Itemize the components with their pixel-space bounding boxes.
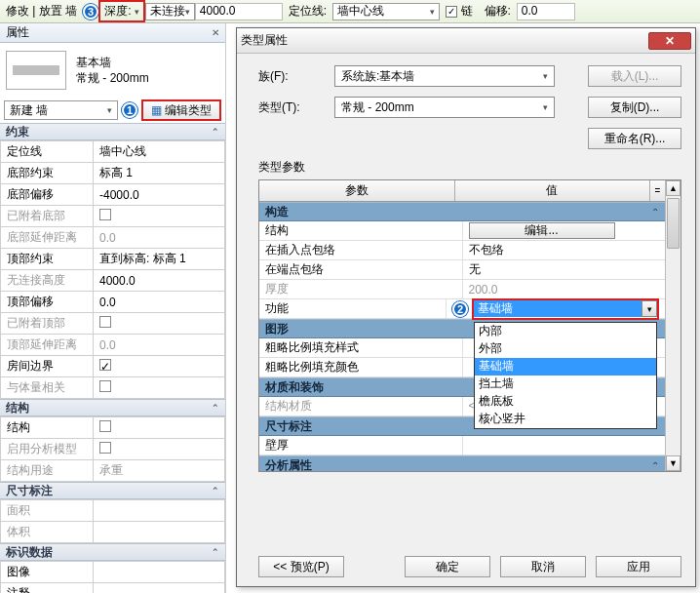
section-dimensions[interactable]: 尺寸标注⌃: [0, 482, 225, 499]
prop-row: 无连接高度4000.0: [1, 270, 225, 292]
edit-type-button[interactable]: ▦ 编辑类型: [141, 99, 221, 121]
badge-2: 2: [452, 301, 468, 317]
height-input[interactable]: 4000.0: [195, 3, 283, 20]
section-identity[interactable]: 标识数据⌃: [0, 543, 225, 561]
collapse-icon: ⌃: [212, 486, 219, 495]
family-dropdown[interactable]: 系统族:基本墙▾: [334, 65, 555, 87]
param-row[interactable]: 在端点包络无: [259, 260, 665, 280]
depth-constraint-dropdown[interactable]: 未连接▾: [145, 3, 195, 20]
checkbox[interactable]: [99, 420, 111, 432]
vertical-scrollbar[interactable]: ▲ ▼: [665, 180, 681, 471]
param-row[interactable]: 结构编辑...: [259, 221, 665, 241]
prop-row[interactable]: 底部偏移-4000.0: [1, 184, 225, 206]
chevron-down-icon: ▾: [543, 102, 548, 112]
function-option[interactable]: 外部: [475, 340, 656, 358]
chain-checkbox[interactable]: ✓: [446, 6, 457, 18]
type-value: 常规 - 200mm: [341, 99, 414, 116]
grid-header: 参数 值 =: [259, 180, 665, 202]
checkbox: [99, 442, 111, 454]
function-value: 基础墙: [474, 300, 642, 317]
chain-label: 链: [461, 4, 473, 18]
type-row: 类型(T): 常规 - 200mm▾ 复制(D)...: [258, 97, 681, 118]
close-icon[interactable]: ✕: [212, 27, 219, 38]
edit-type-icon: ▦: [151, 103, 162, 117]
function-option[interactable]: 基础墙: [475, 358, 656, 376]
prop-row: 启用分析模型: [1, 439, 225, 460]
section-structural[interactable]: 结构⌃: [0, 399, 225, 416]
family-value: 系统族:基本墙: [341, 68, 414, 85]
col-value[interactable]: 值: [455, 180, 650, 201]
param-row[interactable]: 在插入点包络不包络: [259, 241, 665, 260]
param-row-function[interactable]: 功能 2 基础墙 ▾ 内部 外部 基础墙 挡土墙 檐底板: [259, 299, 665, 319]
dialog-titlebar[interactable]: 类型属性 ✕: [237, 28, 695, 54]
type-selector[interactable]: 基本墙 常规 - 200mm: [0, 43, 225, 98]
locate-line-dropdown[interactable]: 墙中心线▾: [332, 3, 440, 20]
instance-filter-dropdown[interactable]: 新建 墙▾: [4, 100, 118, 120]
cat-analytical[interactable]: 分析属性⌃: [259, 455, 665, 471]
dialog-body: 族(F): 系统族:基本墙▾ 载入(L)... 类型(T): 常规 - 200m…: [237, 54, 695, 547]
chain-wrap: ✓ 链: [440, 3, 478, 20]
section-label: 结构: [6, 400, 29, 416]
dimensions-table: 面积 体积: [0, 499, 225, 543]
checkbox: [99, 209, 111, 220]
family-row: 族(F): 系统族:基本墙▾ 载入(L)...: [258, 65, 681, 87]
prop-row[interactable]: 顶部约束直到标高: 标高 1: [1, 249, 225, 270]
type-label: 类型(T):: [258, 99, 327, 116]
type-dropdown[interactable]: 常规 - 200mm▾: [334, 97, 555, 118]
prop-row[interactable]: 房间边界✓: [1, 356, 225, 377]
section-constraints[interactable]: 约束⌃: [0, 123, 225, 140]
cat-construction[interactable]: 构造⌃: [259, 202, 665, 221]
rename-row: 重命名(R)...: [258, 128, 681, 149]
instance-row: 新建 墙▾ 1 ▦ 编辑类型: [0, 98, 225, 123]
type-params-grid: 参数 值 = 构造⌃ 结构编辑... 在插入点包络不包络 在端点包络无 厚度20…: [258, 179, 681, 472]
depth-label: 深度:: [104, 4, 131, 18]
function-option[interactable]: 核心竖井: [475, 411, 656, 428]
function-option[interactable]: 内部: [475, 323, 656, 340]
chevron-down-icon[interactable]: ▾: [135, 7, 139, 17]
scroll-down-icon[interactable]: ▼: [666, 455, 681, 471]
cancel-button[interactable]: 取消: [500, 556, 586, 577]
edit-structure-button[interactable]: 编辑...: [469, 222, 615, 239]
dialog-title-text: 类型属性: [241, 32, 288, 49]
col-param[interactable]: 参数: [259, 180, 455, 201]
offset-input[interactable]: 0.0: [517, 3, 575, 20]
prop-row[interactable]: 结构: [1, 417, 225, 439]
depth-section: 深度: ▾: [98, 0, 145, 22]
col-equals[interactable]: =: [649, 180, 665, 201]
structural-table: 结构 启用分析模型 结构用途承重: [0, 416, 225, 482]
chevron-down-icon[interactable]: ▾: [642, 300, 657, 317]
param-row[interactable]: 壁厚: [259, 436, 665, 455]
cat-label: 构造: [265, 204, 289, 220]
grid-content: 参数 值 = 构造⌃ 结构编辑... 在插入点包络不包络 在端点包络无 厚度20…: [259, 180, 665, 471]
function-option[interactable]: 挡土墙: [475, 376, 656, 393]
collapse-icon: ⌃: [651, 207, 659, 217]
prop-row: 体积: [1, 522, 225, 543]
function-dropdown[interactable]: 基础墙 ▾ 内部 外部 基础墙 挡土墙 檐底板 核心竖井: [472, 298, 659, 320]
prop-row: 底部延伸距离0.0: [1, 227, 225, 249]
close-button[interactable]: ✕: [648, 32, 691, 50]
properties-panel-title: 属性 ✕: [0, 23, 225, 43]
prop-row[interactable]: 顶部偏移0.0: [1, 292, 225, 313]
ok-button[interactable]: 确定: [405, 556, 490, 577]
checkbox[interactable]: ✓: [99, 359, 111, 371]
rename-button[interactable]: 重命名(R)...: [588, 128, 681, 149]
chevron-down-icon: ▾: [430, 7, 435, 17]
identity-table: 图像 注释: [0, 561, 225, 593]
function-option[interactable]: 檐底板: [475, 393, 656, 411]
scroll-up-icon[interactable]: ▲: [666, 180, 681, 196]
prop-row[interactable]: 定位线墙中心线: [1, 141, 225, 163]
prop-row[interactable]: 图像: [1, 562, 225, 583]
cat-label: 材质和装饰: [265, 379, 324, 396]
prop-row[interactable]: 注释: [1, 583, 225, 594]
apply-button[interactable]: 应用: [596, 556, 681, 577]
function-dropdown-list: 内部 外部 基础墙 挡土墙 檐底板 核心竖井: [474, 322, 657, 429]
load-button: 载入(L)...: [588, 65, 681, 87]
duplicate-button[interactable]: 复制(D)...: [588, 97, 681, 118]
section-label: 约束: [6, 124, 29, 140]
scroll-track[interactable]: [666, 196, 681, 455]
chevron-down-icon: ▾: [543, 71, 548, 81]
preview-button[interactable]: << 预览(P): [258, 556, 344, 577]
prop-row[interactable]: 底部约束标高 1: [1, 163, 225, 184]
scroll-thumb[interactable]: [667, 198, 680, 249]
offset-label: 偏移:: [479, 3, 517, 20]
